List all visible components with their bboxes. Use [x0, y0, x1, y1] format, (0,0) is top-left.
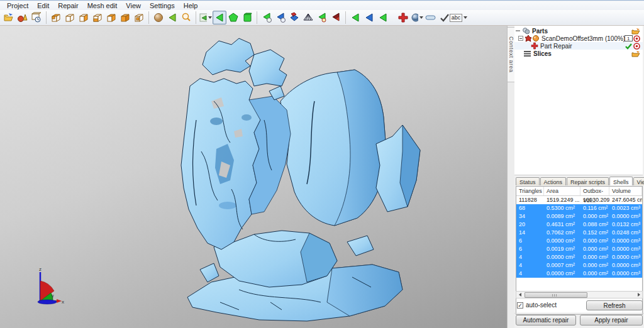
col-area[interactable]: Area: [544, 187, 580, 195]
table-row-selected[interactable]: 68 0.5300 cm² 0.116 cm² 0.0023 cm³: [516, 204, 642, 212]
flip-triangle-blue-icon[interactable]: [274, 11, 287, 25]
cell: 0.0000 cm³: [609, 237, 642, 245]
green-check-icon[interactable]: [625, 43, 633, 50]
scroll-left-arrow[interactable]: [516, 292, 523, 298]
label-abc-icon[interactable]: abc: [452, 11, 465, 25]
tree-row-part[interactable]: ScanDemoOffset3mm (100%) 1: [514, 35, 643, 42]
view-triangle-icon[interactable]: [165, 11, 179, 25]
collapse-icon[interactable]: [518, 36, 523, 41]
red-circle-icon[interactable]: [633, 43, 640, 50]
menu-mesh-edit[interactable]: Mesh edit: [83, 1, 122, 10]
paint-shell-icon[interactable]: [287, 11, 301, 25]
red-cross-icon: [531, 42, 538, 50]
table-row-selected[interactable]: 6 0.0019 cm² 0.000 cm² 0.0000 cm³: [516, 245, 642, 253]
cube-view-5-icon[interactable]: [104, 11, 118, 25]
remove-triangle-icon[interactable]: [329, 11, 343, 25]
open-project-icon[interactable]: [2, 11, 16, 25]
panel-tabs: Status Actions Repair scripts Shells Vie…: [516, 177, 643, 186]
red-circle-icon[interactable]: [633, 35, 640, 42]
sphere-tool-icon[interactable]: [410, 11, 424, 25]
cell: 0.0000 cm³: [609, 245, 642, 253]
tree-row-parts[interactable]: Parts: [514, 27, 643, 35]
add-repair-icon[interactable]: [396, 11, 410, 25]
cell: 0.5300 cm²: [544, 204, 580, 212]
cube-view-4-icon[interactable]: [91, 11, 104, 25]
table-row-selected[interactable]: 14 0.7062 cm² 0.152 cm² 0.0248 cm³: [516, 229, 642, 237]
cell: 0.0000 cm²: [544, 253, 580, 261]
scanned-mesh[interactable]: [0, 26, 507, 328]
table-horizontal-scrollbar[interactable]: [516, 291, 643, 298]
flip-triangle-green-icon[interactable]: [260, 11, 274, 25]
automatic-repair-button[interactable]: Automatic repair: [516, 315, 576, 325]
menu-settings[interactable]: Settings: [145, 1, 179, 10]
nav-triangle-blue-icon[interactable]: [362, 11, 376, 25]
table-row-selected[interactable]: 4 0.0000 cm² 0.000 cm² 0.0000 cm³: [516, 253, 642, 261]
tree-row-slices[interactable]: Slices: [514, 50, 643, 57]
mark-triangle-icon[interactable]: [315, 11, 329, 25]
tab-actions[interactable]: Actions: [540, 177, 567, 185]
context-area-label: Context area: [508, 36, 514, 73]
table-row-selected[interactable]: 20 0.4631 cm² 0.088 cm² 0.0132 cm³: [516, 221, 642, 229]
tree-parts-label: Parts: [532, 28, 548, 35]
menu-help[interactable]: Help: [179, 1, 203, 10]
auto-select-checkbox[interactable]: [517, 302, 523, 309]
cell: 111828: [516, 196, 544, 204]
nav-triangle-green-icon[interactable]: [348, 11, 362, 25]
cell: 20: [516, 221, 544, 229]
parts-tree: Parts ScanDemoOffset3mm (100%) 1 P: [514, 26, 643, 175]
nav-triangle-green2-icon[interactable]: [376, 11, 390, 25]
cell: 6: [516, 237, 544, 245]
col-triangles[interactable]: Triangles: [516, 187, 544, 195]
slices-stack-icon: [523, 50, 531, 57]
context-area-strip: Context area: [507, 26, 514, 328]
table-row[interactable]: 111828 1519.2249 ... 10930.209 ... 247.6…: [516, 196, 642, 204]
table-row-selected[interactable]: 34 0.0089 cm² 0.000 cm² 0.0000 cm³: [516, 212, 642, 221]
window-badge-icon[interactable]: 1: [625, 35, 633, 41]
cube-view-6-icon[interactable]: [118, 11, 132, 25]
cell: 0.0000 cm³: [609, 212, 642, 221]
table-row-selected[interactable]: 4 0.0000 cm² 0.000 cm² 0.0000 cm³: [516, 270, 642, 278]
cube-view-2-icon[interactable]: [63, 11, 77, 25]
tree-row-part-repair[interactable]: Part Repair: [514, 42, 643, 50]
select-surface-icon[interactable]: [240, 11, 254, 25]
cell: 0.088 cm²: [580, 221, 609, 229]
scrollbar-thumb[interactable]: [525, 292, 587, 298]
menu-repair[interactable]: Repair: [53, 1, 82, 10]
spheres-icon: [522, 27, 530, 35]
table-row-selected[interactable]: 4 0.0007 cm² 0.000 cm² 0.0000 cm³: [516, 261, 642, 270]
open-folder-icon[interactable]: [631, 50, 640, 57]
tab-shells[interactable]: Shells: [609, 177, 633, 185]
wireframe-pyramid-icon[interactable]: [301, 11, 315, 25]
select-triangle-icon[interactable]: [213, 11, 226, 25]
cell: 4: [516, 270, 544, 278]
scroll-right-arrow[interactable]: [635, 292, 642, 298]
measure-pill-icon[interactable]: [424, 11, 438, 25]
table-header: Triangles Area Outbox-Vol... Volume: [516, 187, 642, 196]
cell: 0.0007 cm²: [544, 261, 580, 270]
cube-view-7-icon[interactable]: [132, 11, 146, 25]
refresh-button[interactable]: Refresh: [586, 300, 643, 310]
cell: 0.0000 cm³: [609, 270, 642, 278]
select-shell-icon[interactable]: [226, 11, 240, 25]
tab-view[interactable]: View: [633, 177, 644, 185]
tab-status[interactable]: Status: [516, 177, 540, 185]
col-volume[interactable]: Volume: [609, 187, 642, 195]
render-sphere-icon[interactable]: [152, 11, 165, 25]
col-outbox[interactable]: Outbox-Vol...: [580, 187, 609, 195]
platform-history-icon[interactable]: [30, 11, 43, 25]
grip-icon: [516, 30, 520, 31]
menu-view[interactable]: View: [121, 1, 145, 10]
cube-view-3-icon[interactable]: [77, 11, 91, 25]
cube-view-1-icon[interactable]: [49, 11, 63, 25]
menu-project[interactable]: Project: [3, 1, 33, 10]
selection-mode-icon[interactable]: [199, 11, 213, 25]
zoom-icon[interactable]: [179, 11, 193, 25]
apply-repair-button[interactable]: Apply repair: [580, 315, 643, 325]
tab-repair-scripts[interactable]: Repair scripts: [567, 177, 609, 185]
table-row-selected[interactable]: 6 0.0000 cm² 0.000 cm² 0.0000 cm³: [516, 237, 642, 245]
cell: 34: [516, 212, 544, 221]
import-part-icon[interactable]: [16, 11, 30, 25]
menu-edit[interactable]: Edit: [33, 1, 53, 10]
viewport-3d[interactable]: z x y: [0, 26, 507, 328]
open-folder-icon[interactable]: [631, 28, 640, 35]
